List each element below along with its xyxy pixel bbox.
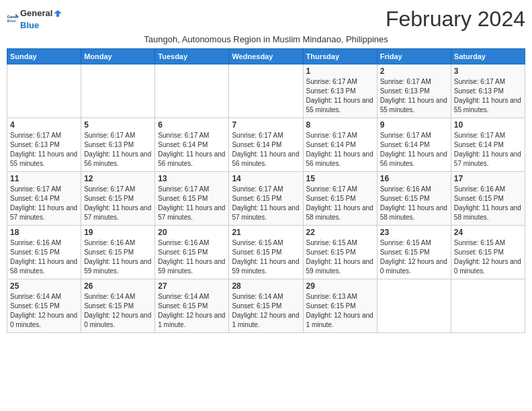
calendar-cell: 11Sunrise: 6:17 AMSunset: 6:14 PMDayligh… (7, 172, 81, 226)
header-friday: Friday (377, 49, 451, 64)
cell-info: Sunrise: 6:17 AMSunset: 6:14 PMDaylight:… (306, 131, 374, 169)
calendar-cell: 6Sunrise: 6:17 AMSunset: 6:14 PMDaylight… (155, 118, 229, 172)
logo-icon: General Blue (7, 13, 19, 25)
day-number: 17 (454, 174, 522, 183)
logo-bird-icon (53, 9, 62, 18)
title-area: February 2024 (386, 7, 525, 32)
calendar-cell (7, 64, 81, 118)
cell-info: Sunrise: 6:17 AMSunset: 6:13 PMDaylight:… (10, 131, 78, 169)
day-number: 22 (306, 228, 374, 237)
calendar-cell: 14Sunrise: 6:17 AMSunset: 6:15 PMDayligh… (229, 172, 303, 226)
svg-text:Blue: Blue (7, 19, 17, 23)
logo-text-blue: Blue (20, 20, 39, 30)
cell-info: Sunrise: 6:17 AMSunset: 6:14 PMDaylight:… (158, 131, 226, 169)
day-number: 15 (306, 174, 374, 183)
calendar-cell: 21Sunrise: 6:15 AMSunset: 6:15 PMDayligh… (229, 226, 303, 279)
calendar-cell: 12Sunrise: 6:17 AMSunset: 6:15 PMDayligh… (81, 172, 155, 226)
cell-info: Sunrise: 6:14 AMSunset: 6:15 PMDaylight:… (232, 292, 300, 330)
logo: General Blue General Blue (7, 7, 62, 31)
cell-info: Sunrise: 6:17 AMSunset: 6:15 PMDaylight:… (232, 185, 300, 222)
calendar-week-row-4: 25Sunrise: 6:14 AMSunset: 6:15 PMDayligh… (7, 279, 525, 333)
day-number: 19 (84, 228, 152, 237)
calendar-cell: 28Sunrise: 6:14 AMSunset: 6:15 PMDayligh… (229, 279, 303, 333)
calendar-cell: 10Sunrise: 6:17 AMSunset: 6:14 PMDayligh… (451, 118, 525, 172)
calendar-cell: 29Sunrise: 6:13 AMSunset: 6:15 PMDayligh… (303, 279, 377, 333)
cell-info: Sunrise: 6:16 AMSunset: 6:15 PMDaylight:… (380, 185, 448, 222)
calendar-cell: 5Sunrise: 6:17 AMSunset: 6:13 PMDaylight… (81, 118, 155, 172)
day-number: 26 (84, 281, 152, 291)
cell-info: Sunrise: 6:17 AMSunset: 6:14 PMDaylight:… (454, 131, 522, 169)
calendar-cell (229, 64, 303, 118)
day-number: 4 (10, 120, 78, 130)
calendar-cell: 22Sunrise: 6:15 AMSunset: 6:15 PMDayligh… (303, 226, 377, 279)
weekday-header-row: Sunday Monday Tuesday Wednesday Thursday… (7, 49, 525, 64)
calendar-cell: 4Sunrise: 6:17 AMSunset: 6:13 PMDaylight… (7, 118, 81, 172)
calendar-cell: 16Sunrise: 6:16 AMSunset: 6:15 PMDayligh… (377, 172, 451, 226)
calendar-cell: 26Sunrise: 6:14 AMSunset: 6:15 PMDayligh… (81, 279, 155, 333)
page-header: General Blue General Blue February 2024 (7, 7, 525, 32)
day-number: 27 (158, 281, 226, 291)
logo-text-general: General (20, 8, 52, 18)
month-title: February 2024 (386, 7, 525, 32)
calendar-cell (377, 279, 451, 333)
calendar-cell: 19Sunrise: 6:16 AMSunset: 6:15 PMDayligh… (81, 226, 155, 279)
cell-info: Sunrise: 6:17 AMSunset: 6:13 PMDaylight:… (306, 77, 374, 115)
day-number: 3 (454, 66, 522, 76)
calendar-week-row-2: 11Sunrise: 6:17 AMSunset: 6:14 PMDayligh… (7, 172, 525, 226)
header-sunday: Sunday (7, 49, 81, 64)
day-number: 9 (380, 120, 448, 130)
calendar-week-row-3: 18Sunrise: 6:16 AMSunset: 6:15 PMDayligh… (7, 226, 525, 279)
header-tuesday: Tuesday (155, 49, 229, 64)
calendar-cell: 1Sunrise: 6:17 AMSunset: 6:13 PMDaylight… (303, 64, 377, 118)
day-number: 16 (380, 174, 448, 183)
calendar-cell: 23Sunrise: 6:15 AMSunset: 6:15 PMDayligh… (377, 226, 451, 279)
cell-info: Sunrise: 6:17 AMSunset: 6:14 PMDaylight:… (380, 131, 448, 169)
cell-info: Sunrise: 6:14 AMSunset: 6:15 PMDaylight:… (10, 292, 78, 330)
day-number: 20 (158, 228, 226, 237)
calendar-table: Sunday Monday Tuesday Wednesday Thursday… (7, 48, 525, 333)
header-wednesday: Wednesday (229, 49, 303, 64)
cell-info: Sunrise: 6:17 AMSunset: 6:15 PMDaylight:… (158, 185, 226, 222)
calendar-cell: 3Sunrise: 6:17 AMSunset: 6:13 PMDaylight… (451, 64, 525, 118)
calendar-cell: 25Sunrise: 6:14 AMSunset: 6:15 PMDayligh… (7, 279, 81, 333)
day-number: 6 (158, 120, 226, 130)
cell-info: Sunrise: 6:15 AMSunset: 6:15 PMDaylight:… (380, 238, 448, 276)
calendar-cell: 9Sunrise: 6:17 AMSunset: 6:14 PMDaylight… (377, 118, 451, 172)
day-number: 25 (10, 281, 78, 291)
day-number: 13 (158, 174, 226, 183)
cell-info: Sunrise: 6:17 AMSunset: 6:14 PMDaylight:… (10, 185, 78, 222)
cell-info: Sunrise: 6:17 AMSunset: 6:13 PMDaylight:… (84, 131, 152, 169)
calendar-cell: 27Sunrise: 6:14 AMSunset: 6:15 PMDayligh… (155, 279, 229, 333)
cell-info: Sunrise: 6:16 AMSunset: 6:15 PMDaylight:… (158, 238, 226, 276)
calendar-cell: 24Sunrise: 6:15 AMSunset: 6:15 PMDayligh… (451, 226, 525, 279)
cell-info: Sunrise: 6:16 AMSunset: 6:15 PMDaylight:… (84, 238, 152, 276)
cell-info: Sunrise: 6:17 AMSunset: 6:15 PMDaylight:… (84, 185, 152, 222)
cell-info: Sunrise: 6:17 AMSunset: 6:13 PMDaylight:… (380, 77, 448, 115)
day-number: 7 (232, 120, 300, 130)
cell-info: Sunrise: 6:17 AMSunset: 6:15 PMDaylight:… (306, 185, 374, 222)
calendar-cell: 8Sunrise: 6:17 AMSunset: 6:14 PMDaylight… (303, 118, 377, 172)
cell-info: Sunrise: 6:15 AMSunset: 6:15 PMDaylight:… (306, 238, 374, 276)
calendar-cell: 20Sunrise: 6:16 AMSunset: 6:15 PMDayligh… (155, 226, 229, 279)
calendar-cell: 7Sunrise: 6:17 AMSunset: 6:14 PMDaylight… (229, 118, 303, 172)
cell-info: Sunrise: 6:15 AMSunset: 6:15 PMDaylight:… (232, 238, 300, 276)
day-number: 1 (306, 66, 374, 76)
svg-marker-3 (54, 10, 62, 17)
day-number: 23 (380, 228, 448, 237)
calendar-cell: 18Sunrise: 6:16 AMSunset: 6:15 PMDayligh… (7, 226, 81, 279)
header-thursday: Thursday (303, 49, 377, 64)
cell-info: Sunrise: 6:16 AMSunset: 6:15 PMDaylight:… (10, 238, 78, 276)
calendar-cell: 2Sunrise: 6:17 AMSunset: 6:13 PMDaylight… (377, 64, 451, 118)
day-number: 5 (84, 120, 152, 130)
calendar-week-row-0: 1Sunrise: 6:17 AMSunset: 6:13 PMDaylight… (7, 64, 525, 118)
cell-info: Sunrise: 6:17 AMSunset: 6:14 PMDaylight:… (232, 131, 300, 169)
day-number: 29 (306, 281, 374, 291)
calendar-cell (155, 64, 229, 118)
day-number: 18 (10, 228, 78, 237)
calendar-week-row-1: 4Sunrise: 6:17 AMSunset: 6:13 PMDaylight… (7, 118, 525, 172)
cell-info: Sunrise: 6:13 AMSunset: 6:15 PMDaylight:… (306, 292, 374, 330)
calendar-cell (451, 279, 525, 333)
cell-info: Sunrise: 6:16 AMSunset: 6:15 PMDaylight:… (454, 185, 522, 222)
day-number: 11 (10, 174, 78, 183)
day-number: 10 (454, 120, 522, 130)
